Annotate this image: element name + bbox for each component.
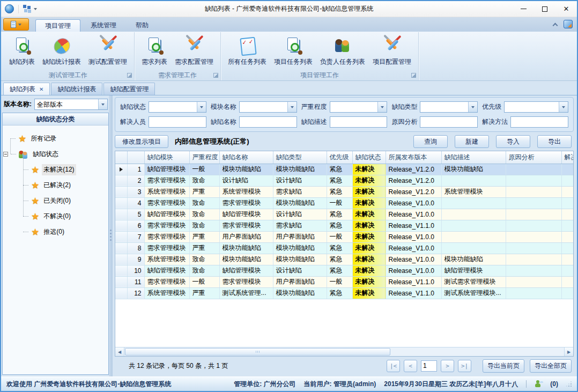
data-cell[interactable]: Release_V1.2.0 [386,164,441,175]
status-cell[interactable]: 未解决 [352,276,386,287]
data-cell[interactable]: 模块功能缺陷 [441,164,506,175]
data-cell[interactable] [561,276,573,287]
first-page-button[interactable]: |< [387,360,400,372]
data-cell[interactable]: 需求管理模块 [219,276,273,287]
data-cell[interactable]: 致命 [189,209,219,220]
data-cell[interactable] [506,265,561,276]
resize-grip-icon[interactable] [566,381,572,387]
data-cell[interactable] [561,175,573,186]
data-cell[interactable] [441,175,506,186]
row-number-cell[interactable]: 4 [127,197,144,209]
data-cell[interactable] [506,164,561,175]
status-cell[interactable]: 未解决 [352,254,386,265]
data-cell[interactable] [506,231,561,242]
data-cell[interactable]: 需求缺陷 [273,186,327,197]
last-page-button[interactable]: >| [458,360,471,372]
row-number-cell[interactable]: 8 [127,242,144,254]
ribbon-button[interactable]: 所有任务列表 [224,34,270,68]
horizontal-scrollbar[interactable]: ◀ ▶ [115,347,573,356]
data-cell[interactable] [561,254,573,265]
row-indicator-cell[interactable] [115,265,127,276]
data-cell[interactable]: 缺陷管理模块 [219,265,273,276]
row-number-cell[interactable]: 7 [127,231,144,242]
status-cell[interactable]: 未解决 [352,242,386,254]
action-button[interactable]: 新建 [455,135,489,148]
data-cell[interactable]: 一般 [189,164,219,175]
scroll-left-icon[interactable]: ◀ [115,347,124,356]
data-cell[interactable]: 系统管理模块 [144,186,189,197]
status-cell[interactable]: 未解决 [352,164,386,175]
ribbon-button[interactable]: 项目任务列表 [270,34,316,68]
data-cell[interactable] [561,197,573,209]
column-header[interactable]: 缺陷描述 [441,151,506,164]
data-cell[interactable] [506,197,561,209]
data-cell[interactable]: 紧急 [327,175,352,186]
action-button[interactable]: 查询 [413,135,448,148]
data-cell[interactable]: 设计缺陷 [219,175,273,186]
data-cell[interactable]: Release_V1.1.0 [386,220,441,231]
data-cell[interactable]: 设计缺陷 [273,209,327,220]
data-cell[interactable]: 紧急 [327,287,352,299]
data-cell[interactable] [506,209,561,220]
data-cell[interactable]: 需求管理模块 [144,276,189,287]
data-cell[interactable]: 需求管理模块 [144,197,189,209]
minimize-button[interactable] [513,1,534,17]
ribbon-button[interactable]: 需求配置管理 [171,34,217,68]
data-cell[interactable]: 紧急 [327,209,352,220]
data-cell[interactable] [561,242,573,254]
data-cell[interactable]: 测试需求管理模块 [441,276,506,287]
row-indicator-cell[interactable] [115,209,127,220]
action-button[interactable]: 导入 [496,135,530,148]
data-cell[interactable]: 需求管理模块 [219,220,273,231]
splitter-handle[interactable] [109,95,113,376]
data-cell[interactable]: 紧急 [327,265,352,276]
data-cell[interactable]: 系统管理模块 [144,287,189,299]
data-cell[interactable]: 紧急 [327,186,352,197]
dialog-launcher-icon[interactable] [127,73,132,78]
row-indicator-cell[interactable] [115,186,127,197]
data-cell[interactable] [561,265,573,276]
tree-item[interactable]: 所有记录 [6,131,106,146]
data-cell[interactable]: 缺陷管理模块 [144,164,189,175]
status-cell[interactable]: 未解决 [352,231,386,242]
data-cell[interactable] [561,220,573,231]
status-cell[interactable]: 未解决 [352,186,386,197]
data-cell[interactable] [506,175,561,186]
tree-item[interactable]: 已关闭(0) [6,193,106,209]
data-cell[interactable] [441,231,506,242]
prev-page-button[interactable]: < [404,360,417,372]
ribbon-button[interactable]: 项目配置管理 [369,34,415,68]
data-cell[interactable]: 测试系统管理模块... [441,287,506,299]
data-cell[interactable]: 严重 [189,231,219,242]
data-cell[interactable] [506,186,561,197]
data-cell[interactable]: 需求管理模块 [144,242,189,254]
row-number-cell[interactable]: 11 [127,276,144,287]
data-cell[interactable]: 系统管理模块 [441,186,506,197]
column-header[interactable]: 优先级 [327,151,352,164]
chevron-down-icon[interactable] [197,102,206,112]
data-cell[interactable] [506,287,561,299]
data-cell[interactable] [561,231,573,242]
status-cell[interactable]: 未解决 [352,209,386,220]
collapse-ribbon-icon[interactable] [553,23,558,28]
data-cell[interactable]: 设计缺陷 [273,175,327,186]
data-cell[interactable]: 致命 [189,220,219,231]
ribbon-button[interactable]: 负责人任务列表 [316,34,369,68]
data-cell[interactable] [506,242,561,254]
data-cell[interactable]: 缺陷管理模块 [144,209,189,220]
ribbon-tab[interactable]: 项目管理 [35,19,80,32]
tree-item[interactable]: 未解决(12) [6,162,106,177]
collapse-icon[interactable] [3,152,8,157]
filter-combo[interactable] [504,101,568,113]
data-cell[interactable]: 模块功能缺陷 [273,197,327,209]
data-cell[interactable]: 需求管理模块 [144,231,189,242]
column-header[interactable]: 缺陷模块 [144,151,189,164]
scroll-right-icon[interactable]: ▶ [564,347,573,356]
data-cell[interactable]: 需求管理模块 [219,197,273,209]
filter-text-input[interactable] [330,116,388,128]
close-icon[interactable] [39,85,43,93]
data-cell[interactable]: 紧急 [327,242,352,254]
filter-combo[interactable] [420,101,478,113]
data-cell[interactable] [506,276,561,287]
row-number-cell[interactable]: 6 [127,220,144,231]
